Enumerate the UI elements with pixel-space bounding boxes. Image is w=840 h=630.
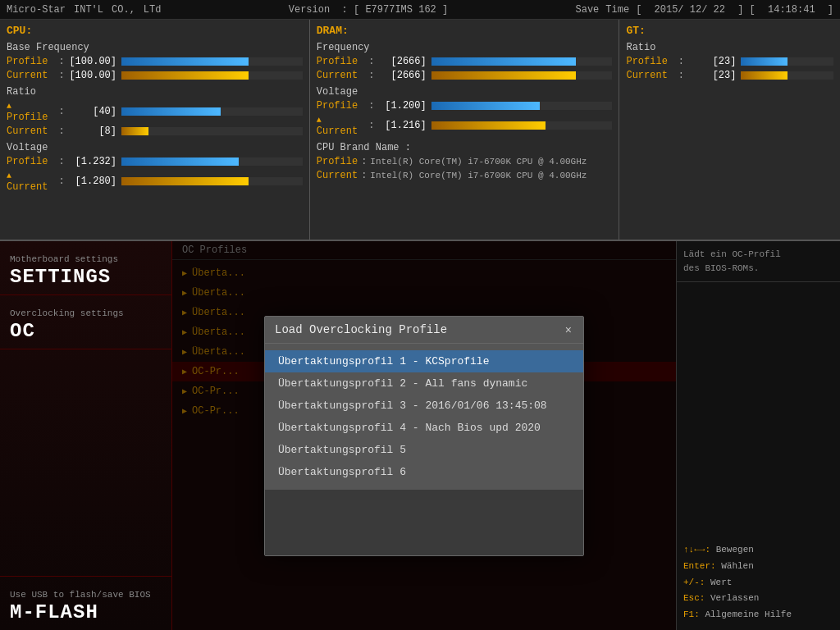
settings-title: SETTINGS [10,266,162,288]
control-move: ↑↓←→: Bewegen [683,542,833,559]
gt-ratio-label: Ratio [626,42,833,53]
flash-section[interactable]: Use USB to flash/save BIOS M-FLASH [0,577,171,630]
control-value: +/-: Wert [683,575,833,591]
dram-freq-profile-row: Profile : [2666] [317,56,613,67]
dram-title: DRAM: [317,25,613,37]
cpu-ratio-profile-value: [40] [67,106,116,117]
datetime-info: Save Time [ 2015/ 12/ 22 ] [ 14:18:41 ] [576,4,833,16]
dram-freq-current-row: Current : [2666] [317,70,613,81]
right-sidebar: Lädt ein OC-Profil des BIOS-ROMs. ↑↓←→: … [676,241,840,630]
dram-voltage-profile-bar [431,102,613,110]
modal-title: Load Overclocking Profile [275,323,447,336]
right-controls: ↑↓←→: Bewegen Enter: Wählen +/-: Wert Es… [677,536,840,630]
profile-item-0[interactable]: Übertaktungsprofil 1 - KCSprofile [265,350,583,372]
cpu-ratio-current-bar [121,127,303,135]
cpu-base-current-label: Current [7,70,56,81]
dram-freq-profile-value: [2666] [377,56,427,67]
left-sidebar: Motherboard settings SETTINGS Overclocki… [0,241,172,630]
main-area: Motherboard settings SETTINGS Overclocki… [0,241,840,630]
dram-freq-profile-label: Profile [317,56,366,67]
brand-co: CO., [112,4,135,16]
brand-info: Micro-Star INT'L CO., LTd [7,4,161,16]
dram-voltage-profile-label: Profile [317,100,366,112]
dram-freq-profile-bar [431,57,613,66]
gt-title: GT: [626,25,833,37]
gt-ratio-current-bar [741,71,833,80]
control-enter: Enter: Wählen [683,559,833,575]
gt-ratio-profile-value: [23] [687,56,736,67]
dram-voltage-current-value: [1.216] [377,120,427,131]
profile-item-3[interactable]: Übertaktungsprofil 4 - Nach Bios upd 202… [265,417,583,439]
middle-content: OC Profiles Überta... Überta... Überta..… [172,241,676,630]
brand-profile-row: Profile : Intel(R) Core(TM) i7-6700K CPU… [317,156,613,167]
version-info: Version : [ E7977IMS 162 ] [289,4,448,16]
settings-section[interactable]: Motherboard settings SETTINGS [0,241,171,294]
info-panel: CPU: Base Frequency Profile : [100.00] C… [0,20,840,241]
gt-ratio-current-label: Current [626,70,675,81]
dram-voltage-profile-row: Profile : [1.200] [317,100,613,112]
brand-profile-value: Intel(R) Core(TM) i7-6700K CPU @ 4.00GHz [370,157,587,167]
dram-voltage-profile-value: [1.200] [377,100,427,112]
brand-current-row: Current : Intel(R) Core(TM) i7-6700K CPU… [317,170,613,181]
cpu-base-current-bar [121,71,303,80]
gt-ratio-profile-row: Profile : [23] [626,56,833,67]
modal-overlay[interactable]: Load Overclocking Profile × Übertaktungs… [172,241,676,630]
profile-item-2[interactable]: Übertaktungsprofil 3 - 2016/01/06 13:45:… [265,395,583,417]
brand-intl: INT'L [74,4,103,16]
control-esc: Esc: Verlassen [683,591,833,607]
cpu-base-current-value: [100.00] [67,70,116,81]
brand-current-value: Intel(R) Core(TM) i7-6700K CPU @ 4.00GHz [370,171,587,180]
cpu-voltage-current-bar [121,177,303,185]
cpu-ratio-profile-bar [121,107,303,116]
cpu-title: CPU: [7,25,303,37]
cpu-base-profile-value: [100.00] [67,56,116,67]
cpu-ratio-current-row: Current : [8] [7,126,303,137]
cpu-base-current-row: Current : [100.00] [7,70,303,81]
dram-freq-label: Frequency [317,42,613,53]
gt-section: GT: Ratio Profile : [23] Current : [23] [619,20,840,240]
cpu-voltage-profile-label: Profile [7,156,56,167]
cpu-base-profile-bar [121,57,303,66]
cpu-ratio-current-value: [8] [67,126,116,137]
dram-freq-current-bar [431,71,613,80]
cpu-voltage-profile-value: [1.232] [67,156,116,167]
gt-ratio-current-row: Current : [23] [626,70,833,81]
cpu-brand-label: CPU Brand Name : [317,142,613,153]
top-bar: Micro-Star INT'L CO., LTd Version : [ E7… [0,0,840,20]
cpu-voltage-current-value: [1.280] [67,176,116,187]
cpu-voltage-label: Voltage [7,142,303,153]
cpu-ratio-profile-row: ▲ Profile : [40] [7,100,303,123]
cpu-voltage-current-row: ▲ Current : [1.280] [7,170,303,193]
modal-header: Load Overclocking Profile × [265,317,583,344]
cpu-section: CPU: Base Frequency Profile : [100.00] C… [0,20,310,240]
dram-section: DRAM: Frequency Profile : [2666] Current… [310,20,620,240]
dram-freq-current-label: Current [317,70,366,81]
dram-freq-current-value: [2666] [377,70,427,81]
ratio-label: Ratio [7,86,303,98]
settings-sub: Motherboard settings [10,254,162,264]
profile-item-4[interactable]: Übertaktungsprofil 5 [265,439,583,461]
cpu-voltage-profile-bar [121,158,303,166]
dram-voltage-current-bar [431,121,613,130]
cpu-ratio-current-label: Current [7,126,56,137]
profile-item-5[interactable]: Übertaktungsprofil 6 [265,461,583,483]
gt-ratio-profile-bar [741,57,833,66]
load-profile-modal: Load Overclocking Profile × Übertaktungs… [264,316,584,556]
brand-ltd: LTd [144,4,162,16]
oc-section[interactable]: Overclocking settings OC [0,295,171,349]
oc-title: OC [10,320,162,342]
base-freq-label: Base Frequency [7,42,303,53]
dram-voltage-label: Voltage [317,86,613,98]
dram-voltage-current-row: ▲ Current : [1.216] [317,114,613,137]
brand-name: Micro-Star [7,4,66,16]
cpu-base-profile-row: Profile : [100.00] [7,56,303,67]
right-help-text: Lädt ein OC-Profil des BIOS-ROMs. [677,241,840,282]
modal-body: Übertaktungsprofil 1 - KCSprofile Überta… [265,344,583,490]
modal-footer [265,490,583,555]
cpu-voltage-profile-row: Profile : [1.232] [7,156,303,167]
modal-close-button[interactable]: × [564,323,573,336]
profile-item-1[interactable]: Übertaktungsprofil 2 - All fans dynamic [265,372,583,395]
flash-title: M-FLASH [10,601,162,623]
control-f1: F1: Allgemeine Hilfe [683,607,833,623]
gt-ratio-profile-label: Profile [626,56,675,67]
